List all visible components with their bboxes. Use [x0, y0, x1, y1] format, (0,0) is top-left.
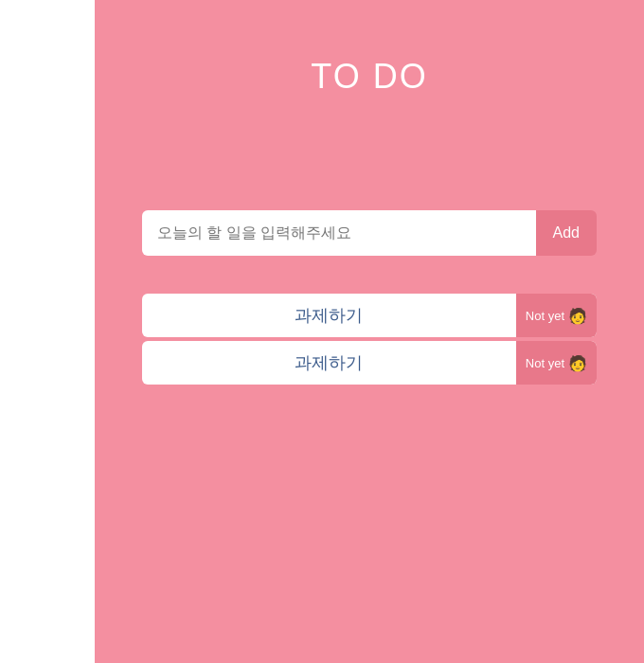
status-emoji: 🧑: [568, 307, 587, 325]
main-content: TO DO Add 과제하기Not yet🧑과제하기Not yet🧑: [95, 0, 644, 663]
status-label: Not yet: [526, 356, 564, 370]
todo-item: 과제하기Not yet🧑: [142, 294, 597, 337]
sidebar: [0, 0, 95, 663]
todo-item: 과제하기Not yet🧑: [142, 341, 597, 385]
app-title: TO DO: [311, 57, 427, 97]
todo-status-button[interactable]: Not yet🧑: [516, 294, 597, 337]
add-button[interactable]: Add: [536, 210, 597, 256]
status-label: Not yet: [526, 309, 564, 323]
status-emoji: 🧑: [568, 354, 587, 372]
todo-list: 과제하기Not yet🧑과제하기Not yet🧑: [142, 294, 597, 385]
input-section: Add: [142, 210, 597, 256]
todo-input[interactable]: [142, 210, 536, 256]
todo-item-text: 과제하기: [142, 304, 516, 327]
todo-item-text: 과제하기: [142, 351, 516, 374]
todo-status-button[interactable]: Not yet🧑: [516, 341, 597, 385]
